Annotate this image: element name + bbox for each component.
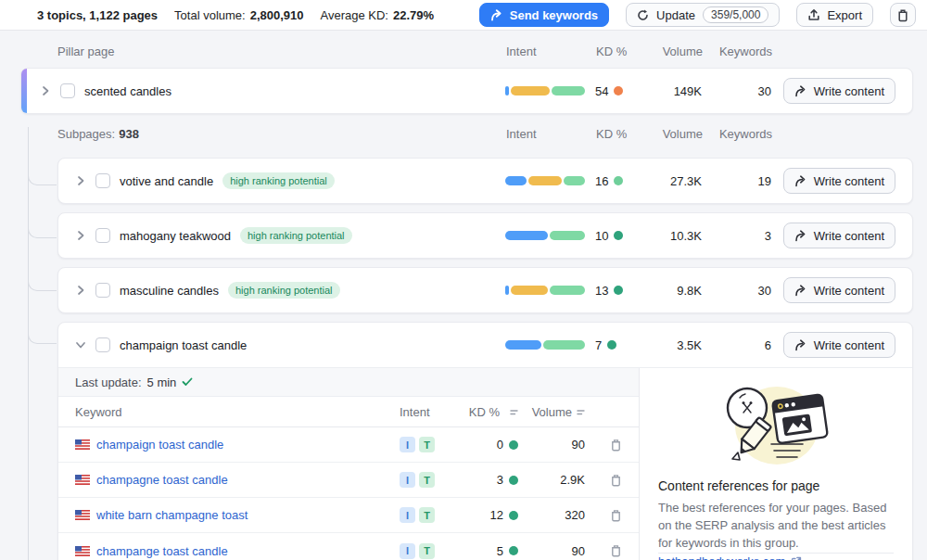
write-content-label: Write content: [814, 229, 884, 243]
us-flag-icon: [75, 475, 90, 485]
intent-segment: [511, 286, 548, 295]
intent-badge-informational: I: [400, 437, 415, 452]
column-kd: KD %: [469, 405, 500, 419]
column-kd: KD %: [596, 127, 627, 141]
subpage-row[interactable]: votive and candle high ranking potential…: [57, 158, 913, 204]
send-keywords-label: Send keywords: [510, 8, 598, 22]
write-content-button[interactable]: Write content: [783, 168, 895, 194]
kd-dot: [509, 511, 518, 520]
expand-chevron-right-icon[interactable]: [75, 175, 86, 186]
update-button[interactable]: Update 359/5,000: [626, 3, 780, 27]
subpage-row[interactable]: mahogany teakwood high ranking potential…: [57, 212, 913, 259]
remove-keyword-button[interactable]: [608, 437, 624, 453]
stat-topics-pages: 3 topics, 1,122 pages: [37, 8, 158, 22]
write-arrow-icon: [794, 175, 807, 187]
subpage-row-expanded[interactable]: champaign toast candle 7 3.5K 6 Write co…: [57, 322, 913, 560]
write-content-label: Write content: [814, 84, 884, 98]
kd-value: 10: [595, 229, 608, 243]
column-volume: Volume: [663, 45, 703, 58]
kd-dot: [607, 340, 616, 350]
intent-bar: [505, 176, 585, 185]
sort-icon[interactable]: [510, 405, 518, 419]
intent-badge-transactional: T: [419, 543, 435, 559]
pillar-row[interactable]: scented candles 54 149K 30 Write content: [20, 68, 913, 114]
send-keywords-button[interactable]: Send keywords: [479, 3, 609, 27]
collapse-chevron-down-icon[interactable]: [75, 339, 86, 350]
expand-chevron-right-icon[interactable]: [75, 285, 86, 296]
row-checkbox[interactable]: [95, 173, 110, 188]
update-label: Update: [656, 8, 695, 22]
row-checkbox[interactable]: [95, 228, 110, 243]
keywords-count: 30: [702, 84, 771, 98]
references-description: The best references for your pages. Base…: [658, 500, 894, 553]
write-content-button[interactable]: Write content: [783, 332, 895, 358]
keywords-count: 30: [702, 284, 771, 298]
stat-total-volume: Total volume: 2,800,910: [174, 8, 303, 22]
intent-segment: [505, 231, 548, 240]
intent-segment: [511, 86, 550, 95]
subpages-count: 938: [119, 127, 139, 141]
intent-badge-transactional: T: [419, 472, 435, 488]
expand-chevron-right-icon[interactable]: [40, 85, 51, 96]
update-success-check-icon: [182, 377, 193, 387]
kd-dot: [614, 176, 623, 185]
keywords-count: 3: [702, 229, 771, 243]
kd-dot: [614, 231, 623, 240]
ranking-potential-badge: high ranking potential: [240, 227, 352, 244]
write-content-button[interactable]: Write content: [783, 223, 895, 248]
export-button[interactable]: Export: [796, 3, 873, 27]
intent-bar: [505, 286, 585, 295]
volume-value: 320: [518, 508, 585, 522]
intent-segment: [550, 286, 585, 295]
kd-value: 3: [497, 473, 503, 487]
pillar-name: scented candles: [84, 84, 171, 98]
intent-badge-transactional: T: [419, 437, 435, 452]
remove-keyword-button[interactable]: [608, 542, 624, 559]
volume-value: 2.9K: [518, 473, 585, 487]
write-arrow-icon: [794, 230, 807, 242]
ranking-potential-badge: high ranking potential: [228, 282, 340, 299]
remove-keyword-button[interactable]: [608, 507, 624, 524]
kd-dot: [614, 286, 623, 295]
intent-segment: [505, 176, 527, 185]
column-intent: Intent: [506, 45, 537, 58]
us-flag-icon: [75, 546, 90, 556]
kd-value: 16: [595, 174, 608, 188]
subpage-name: votive and candle: [120, 174, 213, 188]
column-volume: Volume: [532, 405, 572, 419]
kd-dot: [509, 440, 518, 450]
row-checkbox[interactable]: [95, 337, 110, 352]
reference-link[interactable]: bathandbodyworks.com: [658, 554, 785, 560]
sort-icon[interactable]: [577, 405, 585, 419]
expand-chevron-right-icon[interactable]: [75, 230, 86, 241]
intent-bar: [505, 231, 585, 240]
external-link-icon[interactable]: [791, 556, 802, 560]
expanded-detail: Last update: 5 min Keyword Intent KD %: [58, 367, 912, 560]
pillar-checkbox[interactable]: [60, 83, 75, 98]
write-arrow-icon: [794, 339, 807, 351]
keyword-row: champaign toast candle I T 0 90: [58, 427, 639, 463]
volume-value: 149K: [637, 84, 702, 98]
delete-button[interactable]: [890, 3, 916, 27]
subpage-name: mahogany teakwood: [120, 229, 231, 243]
us-flag-icon: [75, 510, 90, 520]
toolbar: 3 topics, 1,122 pages Total volume: 2,80…: [0, 0, 927, 31]
last-update-bar: Last update: 5 min: [58, 368, 639, 397]
keyword-row: white barn champagne toast I T 12 320: [58, 498, 639, 533]
remove-keyword-button[interactable]: [608, 472, 624, 489]
last-update-value: 5 min: [147, 375, 177, 389]
intent-segment: [564, 176, 585, 185]
keyword-link[interactable]: champagne toast candle: [96, 473, 228, 487]
keyword-link[interactable]: white barn champagne toast: [96, 508, 248, 522]
write-content-button[interactable]: Write content: [783, 277, 895, 303]
subpages-column-header: Subpages: 938 Intent KD % Volume Keyword…: [57, 118, 913, 149]
intent-bar: [505, 86, 585, 95]
keyword-link[interactable]: champaign toast candle: [96, 438, 223, 452]
intent-badge-transactional: T: [419, 507, 435, 523]
subpage-row[interactable]: masculine candles high ranking potential…: [57, 267, 913, 313]
row-checkbox[interactable]: [95, 283, 110, 298]
keyword-link[interactable]: champange toast candle: [96, 544, 228, 558]
write-content-button[interactable]: Write content: [783, 78, 895, 104]
column-volume: Volume: [663, 127, 703, 141]
refresh-icon: [637, 9, 649, 21]
